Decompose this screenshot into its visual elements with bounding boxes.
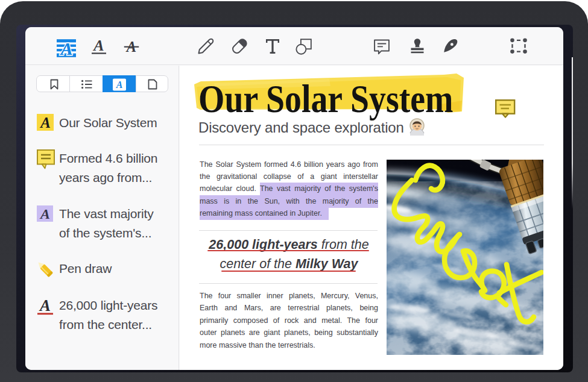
svg-text:A: A <box>116 79 123 89</box>
svg-text:A: A <box>39 206 50 222</box>
svg-text:A: A <box>39 297 51 315</box>
svg-text:A: A <box>60 39 73 58</box>
svg-text:A: A <box>39 114 51 131</box>
svg-text:A: A <box>92 37 104 54</box>
